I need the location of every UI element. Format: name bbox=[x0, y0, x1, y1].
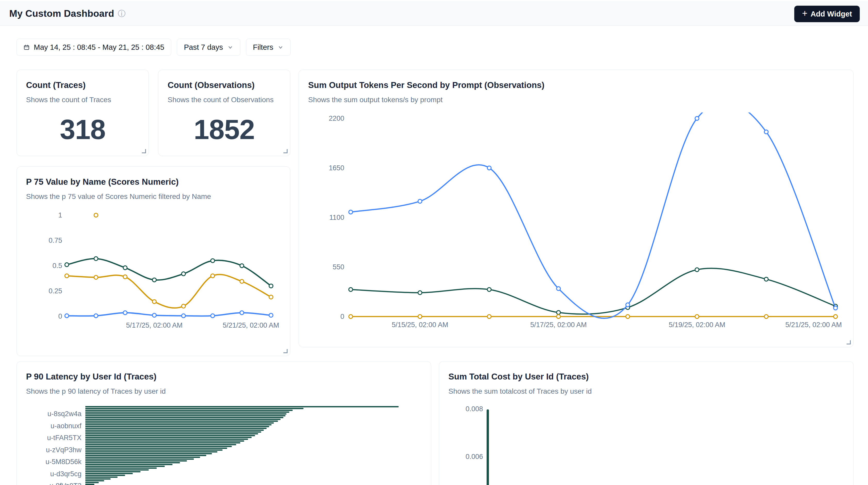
date-preset-value: Past 7 days bbox=[184, 43, 223, 52]
date-preset-dropdown[interactable]: Past 7 days bbox=[177, 39, 240, 56]
svg-text:0.75: 0.75 bbox=[49, 237, 62, 244]
widget-subtitle: Shows the sum totalcost of Traces by use… bbox=[448, 387, 844, 395]
latency-bar bbox=[85, 419, 281, 420]
svg-text:1: 1 bbox=[58, 211, 62, 219]
widget-total-cost: Sum Total Cost by User Id (Traces) Shows… bbox=[439, 361, 854, 485]
latency-bar bbox=[85, 477, 118, 478]
latency-bar bbox=[85, 444, 236, 445]
latency-bar bbox=[85, 455, 206, 456]
plus-icon: + bbox=[802, 8, 807, 19]
widget-subtitle: Shows the p 90 latency of Traces by user… bbox=[26, 387, 422, 395]
resize-handle[interactable] bbox=[846, 340, 851, 344]
latency-user-id-label: u-5M8D56k bbox=[26, 458, 82, 466]
latency-user-id-label: u-8fVa9T3 bbox=[26, 482, 82, 485]
latency-bar bbox=[85, 473, 133, 474]
widget-title: Count (Traces) bbox=[26, 80, 139, 90]
svg-text:0: 0 bbox=[340, 313, 344, 321]
cost-axis-tick: 0.006 bbox=[450, 453, 483, 461]
resize-handle[interactable] bbox=[142, 149, 146, 153]
latency-bar bbox=[85, 482, 99, 483]
latency-user-id-label: u-d3qr5cg bbox=[26, 470, 82, 478]
widget-subtitle: Shows the sum output tokens/s by prompt bbox=[308, 96, 844, 104]
latency-bar bbox=[85, 412, 289, 413]
svg-text:0: 0 bbox=[58, 312, 62, 320]
latency-bar bbox=[85, 464, 173, 465]
latency-bar bbox=[85, 442, 240, 444]
svg-text:5/21/25, 02:00 AM: 5/21/25, 02:00 AM bbox=[222, 322, 279, 329]
widget-tokens-per-second: Sum Output Tokens Per Second by Prompt (… bbox=[299, 70, 854, 347]
filters-label: Filters bbox=[253, 43, 273, 52]
latency-bar bbox=[85, 435, 255, 436]
widget-title: Sum Output Tokens Per Second by Prompt (… bbox=[308, 80, 844, 90]
svg-text:5/17/25, 02:00 AM: 5/17/25, 02:00 AM bbox=[126, 322, 183, 329]
svg-text:1650: 1650 bbox=[329, 164, 344, 172]
count-observations-value: 1852 bbox=[158, 113, 290, 146]
latency-user-id-label: u-tFAR5TX bbox=[26, 434, 82, 442]
svg-text:5/15/25, 02:00 AM: 5/15/25, 02:00 AM bbox=[392, 321, 448, 329]
svg-text:0.5: 0.5 bbox=[52, 262, 62, 270]
latency-bar bbox=[85, 441, 244, 442]
filters-dropdown[interactable]: Filters bbox=[246, 39, 290, 56]
svg-text:0.25: 0.25 bbox=[49, 287, 62, 295]
widget-count-observations: Count (Observations) Shows the count of … bbox=[158, 70, 290, 156]
widget-title: Count (Observations) bbox=[167, 80, 281, 90]
latency-bar bbox=[85, 460, 187, 461]
latency-bar bbox=[85, 469, 149, 471]
latency-bar bbox=[85, 422, 274, 424]
filter-bar: May 14, 25 : 08:45 - May 21, 25 : 08:45 … bbox=[17, 39, 290, 56]
widget-count-traces: Count (Traces) Shows the count of Traces… bbox=[17, 70, 149, 156]
latency-bar bbox=[85, 431, 261, 433]
tokens-line-chart: 05501100165022005/15/25, 02:00 AM5/17/25… bbox=[308, 113, 844, 334]
latency-bar bbox=[85, 478, 111, 480]
p75-line-chart: 00.250.50.7515/17/25, 02:00 AM5/21/25, 0… bbox=[26, 208, 281, 345]
latency-bar bbox=[85, 417, 283, 418]
date-range-value: May 14, 25 : 08:45 - May 21, 25 : 08:45 bbox=[34, 43, 164, 52]
svg-text:5/19/25, 02:00 AM: 5/19/25, 02:00 AM bbox=[669, 321, 725, 329]
info-icon[interactable]: ⓘ bbox=[118, 10, 126, 18]
widget-p90-latency: P 90 Latency by User Id (Traces) Shows t… bbox=[17, 361, 431, 485]
svg-text:2200: 2200 bbox=[329, 115, 344, 122]
resize-handle[interactable] bbox=[283, 349, 287, 353]
date-range-picker[interactable]: May 14, 25 : 08:45 - May 21, 25 : 08:45 bbox=[17, 39, 171, 56]
latency-bar bbox=[85, 428, 267, 429]
calendar-icon bbox=[24, 44, 30, 50]
resize-handle[interactable] bbox=[283, 149, 287, 153]
svg-text:1100: 1100 bbox=[329, 214, 344, 221]
svg-text:5/17/25, 02:00 AM: 5/17/25, 02:00 AM bbox=[530, 321, 587, 329]
widget-title: Sum Total Cost by User Id (Traces) bbox=[448, 372, 844, 382]
latency-bar bbox=[85, 467, 157, 469]
latency-bar bbox=[85, 475, 125, 476]
latency-user-id-label: u-aobnuxf bbox=[26, 422, 82, 430]
cost-axis-tick: 0.008 bbox=[450, 405, 483, 413]
widget-subtitle: Shows the count of Observations bbox=[167, 96, 281, 104]
widget-p75-scores: P 75 Value by Name (Scores Numeric) Show… bbox=[17, 166, 290, 356]
latency-bar bbox=[85, 471, 141, 472]
add-widget-button[interactable]: + Add Widget bbox=[794, 6, 860, 22]
latency-bar bbox=[85, 406, 399, 407]
cost-bar bbox=[487, 410, 489, 485]
latency-bar bbox=[85, 484, 94, 485]
widget-subtitle: Shows the p 75 value of Scores Numeric f… bbox=[26, 192, 281, 201]
chevron-down-icon bbox=[227, 44, 234, 50]
latency-bar bbox=[85, 424, 272, 425]
widget-title: P 90 Latency by User Id (Traces) bbox=[26, 372, 422, 382]
latency-bar bbox=[85, 451, 217, 453]
widget-title: P 75 Value by Name (Scores Numeric) bbox=[26, 177, 281, 187]
latency-bar bbox=[85, 446, 232, 447]
latency-bar bbox=[85, 429, 264, 431]
latency-bar bbox=[85, 449, 222, 451]
svg-text:5/21/25, 02:00 AM: 5/21/25, 02:00 AM bbox=[785, 321, 842, 329]
latency-bar bbox=[85, 415, 285, 416]
latency-user-id-label: u-zVqP3hw bbox=[26, 446, 82, 454]
latency-bar-chart bbox=[85, 406, 422, 485]
page-title: My Custom Dashboard bbox=[9, 8, 114, 19]
count-traces-value: 318 bbox=[17, 113, 149, 146]
latency-bar bbox=[85, 448, 227, 449]
chevron-down-icon bbox=[277, 44, 284, 50]
latency-bar bbox=[85, 413, 286, 415]
svg-text:550: 550 bbox=[333, 263, 344, 271]
latency-bar bbox=[85, 437, 252, 438]
latency-bar bbox=[85, 458, 194, 460]
widget-subtitle: Shows the count of Traces bbox=[26, 96, 139, 104]
latency-bar bbox=[85, 408, 304, 409]
